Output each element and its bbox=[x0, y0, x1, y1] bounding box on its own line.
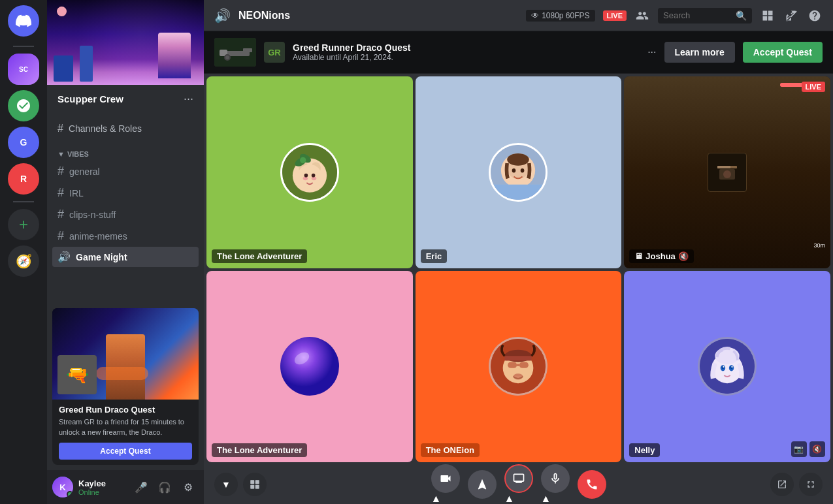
promoted-banner: PROMOTED ··· 🔫 Greed Run Draco Quest Str… bbox=[52, 308, 199, 465]
server-menu-dots[interactable]: ··· bbox=[184, 92, 193, 106]
camera-arrow-icon[interactable]: ▲ bbox=[431, 493, 460, 504]
hash-icon: # bbox=[57, 186, 64, 200]
grid-view-button[interactable] bbox=[760, 8, 776, 24]
fullscreen-button[interactable] bbox=[799, 473, 823, 496]
camera-button[interactable] bbox=[431, 464, 460, 493]
search-icon: 🔍 bbox=[736, 10, 747, 21]
hash-icon: # bbox=[57, 165, 64, 178]
svg-point-23 bbox=[508, 153, 530, 166]
promoted-title: Greed Run Draco Quest bbox=[59, 405, 192, 415]
svg-rect-50 bbox=[255, 480, 259, 484]
video-tile-lone-adventurer-1[interactable]: The Lone Adventurer bbox=[206, 76, 413, 268]
svg-rect-24 bbox=[491, 184, 546, 199]
server-list-divider bbox=[13, 46, 34, 47]
divider-2 bbox=[13, 201, 34, 202]
video-tile-eric[interactable]: Eric bbox=[416, 76, 622, 268]
mute-icons: 📷 🔇 bbox=[791, 441, 825, 457]
mic-mute-icon: 🔇 bbox=[809, 441, 825, 457]
channel-anime[interactable]: # anime-memes bbox=[52, 225, 199, 247]
svg-point-48 bbox=[732, 366, 733, 368]
channels-roles-label: Channels & Roles bbox=[69, 123, 142, 134]
user-label: Nelly bbox=[629, 443, 660, 457]
quest-accept-button[interactable]: Accept Quest bbox=[743, 42, 823, 63]
channel-game-night[interactable]: 🔊 Game Night bbox=[52, 247, 199, 267]
svg-point-5 bbox=[225, 55, 229, 59]
video-tile-oneion[interactable]: The ONEion bbox=[416, 271, 622, 463]
top-bar: 🔊 NEONions 👁 1080p 60FPS LIVE 🔍 bbox=[204, 0, 833, 31]
video-grid: The Lone Adventurer bbox=[204, 74, 833, 465]
hash-icon: # bbox=[57, 123, 63, 134]
channel-name: clips-n-stuff bbox=[69, 210, 116, 220]
svg-point-22 bbox=[521, 168, 525, 173]
svg-point-21 bbox=[512, 168, 516, 173]
channel-irl[interactable]: # IRL bbox=[52, 182, 199, 204]
video-tile-nelly[interactable]: Nelly 📷 🔇 bbox=[624, 271, 830, 463]
discord-logo[interactable] bbox=[8, 5, 39, 37]
svg-point-29 bbox=[723, 170, 731, 178]
channel-title: NEONions bbox=[238, 10, 290, 22]
video-tile-lone-adventurer-2[interactable]: The Lone Adventurer bbox=[206, 271, 413, 463]
svg-rect-36 bbox=[508, 362, 517, 368]
server-name-bar[interactable]: Scupper Crew ··· bbox=[47, 85, 204, 112]
promoted-content: Greed Run Draco Quest Stream GR to a fri… bbox=[52, 400, 199, 465]
activity-control-group bbox=[468, 470, 497, 499]
user-settings-button[interactable]: ⚙ bbox=[178, 477, 199, 497]
promoted-accept-button[interactable]: Accept Quest bbox=[59, 443, 192, 460]
channels-and-roles[interactable]: # Channels & Roles bbox=[52, 118, 199, 140]
hash-icon: # bbox=[57, 229, 64, 243]
quest-more-button[interactable]: ··· bbox=[647, 46, 656, 58]
server-icon-3[interactable]: G bbox=[8, 127, 39, 158]
camera-control-group: ▲ bbox=[431, 464, 460, 504]
server-icon-4[interactable]: R bbox=[8, 163, 39, 195]
screen-share-arrow[interactable]: ▲ bbox=[504, 493, 533, 504]
avatar-oneion bbox=[489, 337, 547, 396]
server-banner bbox=[47, 0, 204, 85]
members-button[interactable] bbox=[634, 8, 650, 24]
user-avatar: K bbox=[52, 477, 73, 497]
activity-button[interactable] bbox=[468, 470, 497, 499]
collapse-panel-button[interactable]: ▼ bbox=[214, 473, 238, 496]
section-label: VIBES bbox=[67, 150, 89, 158]
video-tile-joshua[interactable]: 100 30m LIVE 🖥 Joshua 🔇 bbox=[624, 76, 830, 268]
mic-arrow[interactable]: ▲ bbox=[541, 493, 570, 504]
bottom-right-controls bbox=[770, 473, 823, 496]
screen-share-control-group: ▲ bbox=[504, 464, 533, 504]
explore-servers-button[interactable]: 🧭 bbox=[8, 245, 39, 277]
activities-button[interactable] bbox=[243, 473, 267, 496]
svg-rect-51 bbox=[250, 485, 254, 489]
quest-learn-more-button[interactable]: Learn more bbox=[664, 42, 735, 63]
live-tag: LIVE bbox=[802, 82, 825, 92]
screen-share-button[interactable] bbox=[504, 464, 533, 493]
live-badge: LIVE bbox=[603, 10, 627, 21]
sidebar: Scupper Crew ··· # Channels & Roles ▼ VI… bbox=[47, 0, 204, 504]
headset-button[interactable]: 🎧 bbox=[154, 477, 175, 497]
resolution-badge: 👁 1080p 60FPS bbox=[526, 10, 595, 22]
server-icon-scupper-crew[interactable]: SC bbox=[8, 54, 39, 85]
mic-button[interactable] bbox=[541, 464, 570, 493]
end-call-button[interactable] bbox=[578, 470, 606, 499]
add-server-button[interactable]: + bbox=[8, 209, 39, 240]
channel-name: general bbox=[69, 166, 100, 177]
svg-point-10 bbox=[297, 165, 321, 189]
resolution-text: 1080p 60FPS bbox=[542, 11, 589, 20]
server-icon-2[interactable] bbox=[8, 90, 39, 121]
avatar-lone-adventurer bbox=[280, 143, 339, 202]
mic-toggle-button[interactable]: 🎤 bbox=[131, 477, 152, 497]
quest-subtitle: Available until April 21, 2024. bbox=[293, 53, 640, 62]
promoted-image: PROMOTED ··· 🔫 bbox=[52, 308, 199, 400]
camera-mute-icon: 📷 bbox=[791, 441, 807, 457]
section-vibes[interactable]: ▼ VIBES bbox=[52, 140, 199, 161]
popout-video-button[interactable] bbox=[770, 473, 794, 496]
chevron-icon: ▼ bbox=[57, 150, 65, 158]
svg-rect-38 bbox=[517, 364, 520, 367]
channel-clips[interactable]: # clips-n-stuff bbox=[52, 204, 199, 225]
online-status-dot bbox=[67, 491, 73, 497]
help-button[interactable] bbox=[807, 8, 823, 24]
svg-rect-52 bbox=[255, 485, 259, 489]
user-bar: K Kaylee Online 🎤 🎧 ⚙ bbox=[47, 470, 204, 504]
search-input[interactable] bbox=[663, 10, 732, 20]
popout-button[interactable] bbox=[783, 8, 799, 24]
channel-general[interactable]: # general bbox=[52, 161, 199, 182]
user-controls: 🎤 🎧 ⚙ bbox=[131, 477, 199, 497]
hash-icon: # bbox=[57, 208, 64, 221]
